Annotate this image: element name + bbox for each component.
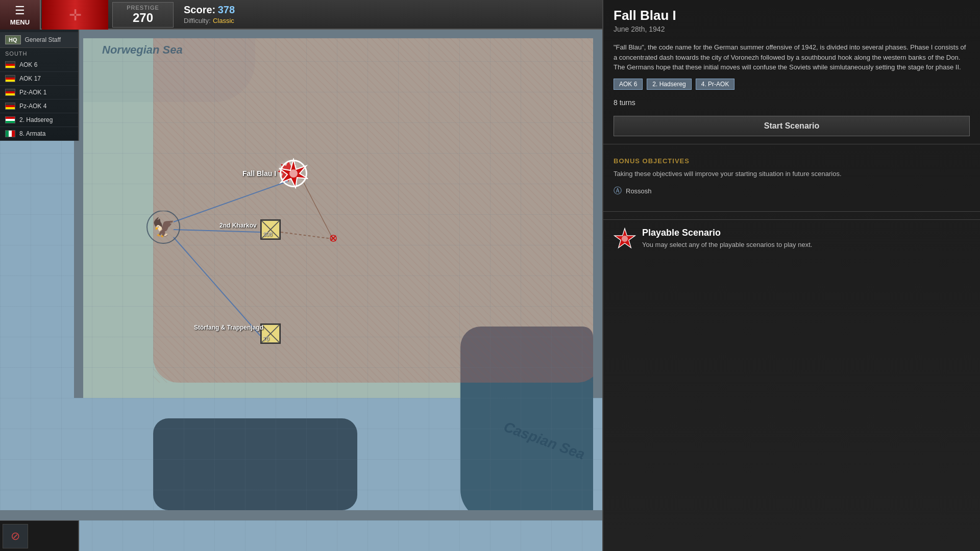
sidebar-item-2hadsereg[interactable]: 2. Hadsereg [0, 113, 78, 127]
menu-icon: ☰ [15, 4, 25, 17]
sidebar-item-aok17[interactable]: AOK 17 [0, 72, 78, 86]
ruler-bottom [0, 510, 602, 520]
difficulty-value: Classic [213, 17, 234, 24]
unit-tag-2hadsereg[interactable]: 2. Hadsereg [647, 79, 691, 90]
playable-scenario-desc: You may select any of the playable scena… [642, 240, 812, 249]
german-command-marker[interactable]: 🦅 [143, 209, 184, 245]
left-sidebar: HQ General Staff SOUTH AOK 6 AOK 17 Pz-A… [0, 30, 79, 141]
flag-icon-de-aok6 [5, 61, 15, 68]
unit-name-2hadsereg: 2. Hadsereg [19, 116, 53, 123]
score-value: 378 [218, 4, 235, 15]
unit-name-aok6: AOK 6 [19, 61, 37, 68]
menu-button[interactable]: ☰ MENU [0, 0, 41, 30]
prestige-box: PRESTIGE 270 [112, 2, 174, 28]
unit-storfang-label: Störfang & Trappenjagd [194, 324, 263, 331]
unit-tags-container: AOK 6 2. Hadsereg 4. Pr-AOK [603, 72, 980, 96]
unit-tag-4praok[interactable]: 4. Pr-AOK [696, 79, 735, 90]
south-section-header: SOUTH [0, 48, 78, 58]
cancel-icon: ⊘ [11, 530, 20, 543]
ruler-top [0, 28, 602, 38]
playable-text-block: Playable Scenario You may select any of … [642, 228, 812, 249]
map-area[interactable]: Norwegian Sea Caspian Sea 🦅 [0, 0, 602, 551]
sidebar-item-aok6[interactable]: AOK 6 [0, 58, 78, 72]
difficulty-label: Difficulty: [184, 17, 211, 24]
hq-badge: HQ [5, 35, 21, 44]
svg-text:🦅: 🦅 [152, 216, 175, 238]
flag-cross-icon: ✛ [69, 6, 82, 24]
playable-scenario-title: Playable Scenario [642, 228, 812, 238]
score-label: Score: [184, 4, 215, 15]
hq-label: General Staff [25, 36, 61, 43]
hq-bar[interactable]: HQ General Staff [0, 32, 78, 48]
flag-icon-it-armata [5, 130, 15, 137]
unit-name-pz-aok4: Pz-AOK 4 [19, 103, 46, 110]
bonus-item-rossosh: Ⓐ Rossosh [614, 184, 970, 198]
scenario-date: June 28th, 1942 [614, 25, 970, 33]
star-burst-icon [278, 158, 309, 189]
bonus-objectives-desc: Taking these objectives will improve you… [614, 169, 970, 179]
scenario-map-label: Fall Blau I [242, 169, 276, 178]
sidebar-item-pz-aok4[interactable]: Pz-AOK 4 [0, 99, 78, 113]
ruler-right [593, 28, 602, 398]
svg-point-11 [289, 169, 298, 178]
unit-storfang-number: 70 [263, 336, 269, 342]
unit-2nd-kharkov-number: 308 [263, 231, 272, 237]
sidebar-item-pz-aok1[interactable]: Pz-AOK 1 [0, 86, 78, 99]
norwegian-sea-label: Norwegian Sea [102, 43, 183, 57]
bonus-item-icon: Ⓐ [614, 186, 622, 196]
cancel-button[interactable]: ⊘ [3, 524, 28, 548]
menu-label: MENU [10, 18, 30, 26]
panel-divider-2 [603, 211, 980, 212]
flag-icon-hu-hadsereg [5, 116, 15, 123]
unit-2nd-kharkov-label: 2nd Kharkov [219, 222, 257, 229]
bottom-actions: ⊘ [0, 520, 79, 551]
flag-icon-de-pzaok4 [5, 103, 15, 110]
start-scenario-button[interactable]: Start Scenario [614, 116, 970, 136]
unit-name-pz-aok1: Pz-AOK 1 [19, 89, 46, 96]
unit-name-aok17: AOK 17 [19, 75, 41, 82]
panel-divider-1 [603, 144, 980, 144]
top-bar: 20 FPS ☰ MENU ✛ PRESTIGE 270 Score: 378 … [0, 0, 602, 30]
bonus-objectives-title: BONUS OBJECTIVES [614, 157, 970, 165]
prestige-value: 270 [133, 11, 153, 25]
playable-star-icon [614, 228, 636, 252]
flag-icon-de-pzaok1 [5, 89, 15, 96]
flag-icon-de-aok17 [5, 75, 15, 82]
bonus-item-rossosh-label: Rossosh [626, 187, 652, 195]
sidebar-item-8armata[interactable]: 8. Armata [0, 127, 78, 141]
playable-scenario-section: Playable Scenario You may select any of … [603, 219, 980, 260]
right-panel: Fall Blau I June 28th, 1942 "Fall Blau",… [602, 0, 980, 551]
scenario-title: Fall Blau I [614, 8, 970, 23]
bonus-objectives-section: BONUS OBJECTIVES Taking these objectives… [603, 152, 980, 204]
scenario-description: "Fall Blau", the code name for the Germa… [603, 42, 980, 72]
unit-name-8armata: 8. Armata [19, 130, 45, 137]
panel-header: Fall Blau I June 28th, 1942 [603, 0, 980, 37]
score-box: Score: 378 Difficulty: Classic [184, 4, 235, 25]
turns-info: 8 turns [603, 96, 980, 112]
scenario-star-map[interactable] [278, 158, 309, 189]
flag-decoration: ✛ [42, 0, 108, 30]
svg-point-19 [622, 236, 628, 242]
unit-tag-aok6[interactable]: AOK 6 [614, 79, 643, 90]
map-grid [0, 0, 602, 551]
prestige-label: PRESTIGE [127, 5, 159, 11]
